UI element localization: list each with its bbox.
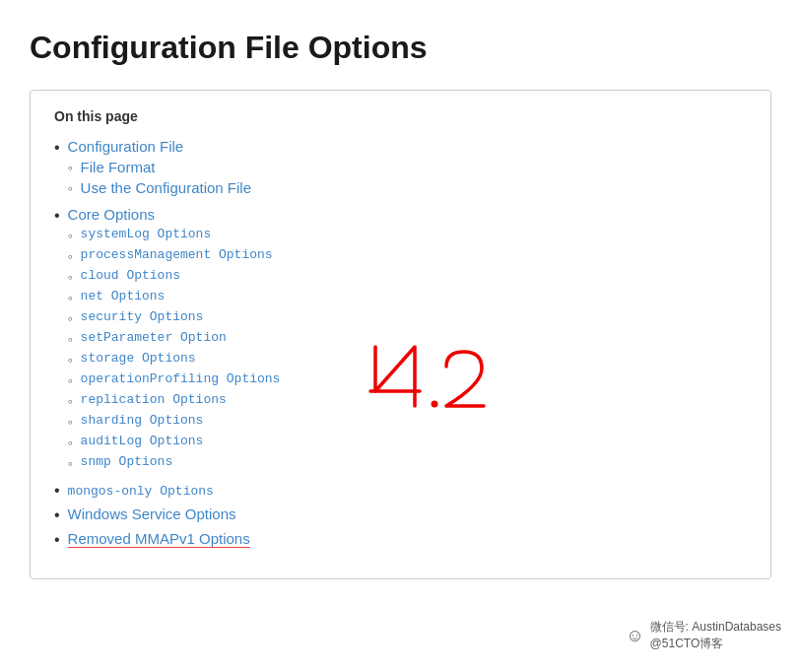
toc-link-processmanagement[interactable]: processManagement Options [81,247,273,262]
toc-link-core-options[interactable]: Core Options [68,206,155,223]
list-item: cloud Options [68,268,747,285]
toc-link-systemlog[interactable]: systemLog Options [81,227,212,241]
list-item: operationProfiling Options [68,371,747,388]
toc-link-auditlog[interactable]: auditLog Options [81,434,204,448]
toc-link-file-format[interactable]: File Format [81,159,156,175]
list-item: processManagement Options [68,247,747,264]
list-item: Windows Service Options [54,505,747,524]
toc-sublist-core: systemLog Options processManagement Opti… [68,227,747,471]
list-item: Configuration File File Format Use the C… [54,138,747,200]
list-item: net Options [68,289,747,305]
toc-link-storage[interactable]: storage Options [81,351,196,366]
list-item: setParameter Option [68,330,747,347]
list-item: Removed MMAPv1 Options [54,530,747,549]
toc-list: Configuration File File Format Use the C… [54,138,747,549]
toc-link-removed-mmapv1[interactable]: Removed MMAPv1 Options [68,530,250,547]
toc-link-windows-service[interactable]: Windows Service Options [68,505,236,522]
toc-link-security[interactable]: security Options [81,309,204,324]
list-item: auditLog Options [68,434,747,450]
list-item: File Format [68,159,747,175]
toc-link-replication[interactable]: replication Options [81,392,227,407]
toc-link-cloud[interactable]: cloud Options [81,268,180,283]
list-item: sharding Options [68,413,747,430]
list-item: snmp Options [68,454,747,471]
page-title: Configuration File Options [30,20,771,66]
toc-link-operationprofiling[interactable]: operationProfiling Options [81,371,281,386]
toc-link-configuration-file[interactable]: Configuration File [68,138,184,155]
list-item: mongos-only Options [54,481,747,500]
list-item: replication Options [68,392,747,409]
toc-heading: On this page [54,108,747,124]
list-item: Core Options systemLog Options processMa… [54,206,747,475]
toc-link-mongos-only[interactable]: mongos-only Options [68,484,214,499]
toc-link-use-config-file[interactable]: Use the Configuration File [81,179,251,196]
toc-link-snmp[interactable]: snmp Options [81,454,173,469]
toc-container: On this page Configuration File File For… [30,90,771,579]
list-item: security Options [68,309,747,326]
list-item: Use the Configuration File [68,179,747,196]
toc-link-net[interactable]: net Options [81,289,166,303]
toc-sublist: File Format Use the Configuration File [68,159,747,196]
toc-link-setparameter[interactable]: setParameter Option [81,330,227,345]
list-item: systemLog Options [68,227,747,243]
toc-link-sharding[interactable]: sharding Options [81,413,204,428]
list-item: storage Options [68,351,747,368]
